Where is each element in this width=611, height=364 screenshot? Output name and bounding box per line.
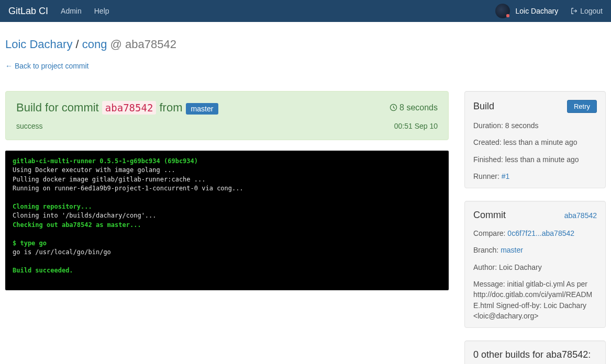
runner-link[interactable]: #1 [502,172,510,180]
compare-label: Compare: [473,229,505,237]
log-line: $ type go [13,239,441,248]
retry-button[interactable]: Retry [567,100,597,113]
branch-label: Branch: [473,246,498,254]
build-duration: 8 seconds [390,103,438,112]
breadcrumb-project[interactable]: cong [82,38,107,51]
created-value: less than a minute ago [504,138,577,146]
log-line [13,275,441,284]
author-label: Author: [473,263,497,271]
log-line [13,194,441,202]
other-builds-panel: 0 other builds for aba78542: #1 job1 can… [464,340,606,364]
finished-value: less than a minute ago [505,155,579,164]
branch-link[interactable]: master [501,246,523,254]
message-label: Message: [473,280,505,288]
alert-branch-pill[interactable]: master [186,103,219,115]
log-line: go is /usr/local/go/bin/go [13,248,441,257]
build-alert-title: Build for commit aba78542 from master [16,101,218,115]
brand-logo[interactable]: GitLab CI [8,6,48,17]
build-panel: Build Retry Duration: 8 seconds Created:… [464,91,606,188]
other-builds-title: 0 other builds for aba78542: [473,349,591,360]
alert-commit-sha: aba78542 [102,101,157,115]
duration-value: 8 seconds [505,121,539,130]
logout-label: Logout [580,7,603,15]
nav-help[interactable]: Help [94,7,109,15]
commit-sha-link[interactable]: aba78542 [564,211,597,220]
runner-label: Runner: [473,172,499,180]
compare-link[interactable]: 0c6f7f21...aba78542 [507,229,574,237]
log-line [13,257,441,266]
clock-icon [390,104,397,111]
log-line: Cloning into '/builds/dachary/cong'... [13,211,441,220]
log-line: Build succeeded. [13,266,441,275]
log-line: Cloning repository... [13,202,441,211]
logout-link[interactable]: Logout [571,7,603,15]
build-status-alert: Build for commit aba78542 from master 8 … [5,91,449,140]
log-line: gitlab-ci-multi-runner 0.5.5-1-g69bc934 … [13,157,441,166]
logout-icon [571,7,578,15]
created-label: Created: [473,138,502,146]
build-panel-title: Build [473,101,494,112]
build-status-text: success [16,122,43,130]
nav-admin[interactable]: Admin [61,7,82,15]
commit-panel-title: Commit [473,210,506,221]
navbar-username[interactable]: Loic Dachary [515,7,558,15]
breadcrumb-at: @ aba78542 [110,38,176,51]
log-line: Checking out aba78542 as master... [13,221,441,230]
user-avatar-icon[interactable] [495,4,510,18]
author-value: Loic Dachary [499,263,542,271]
log-line [13,230,441,238]
duration-label: Duration: [473,121,503,130]
finished-label: Finished: [473,155,503,164]
breadcrumb: Loic Dachary / cong @ aba78542 [5,38,606,51]
top-navbar: GitLab CI Admin Help Loic Dachary Logout [0,0,611,22]
log-line: Running on runner-6ed1a9b9-project-1-con… [13,184,441,193]
build-log-terminal[interactable]: gitlab-ci-multi-runner 0.5.5-1-g69bc934 … [5,151,449,290]
build-timestamp: 00:51 Sep 10 [394,122,438,130]
log-line: Using Docker executor with image golang … [13,166,441,175]
breadcrumb-owner[interactable]: Loic Dachary [5,38,72,51]
log-line: Pulling docker image gitlab/gitlab-runne… [13,175,441,184]
commit-panel: Commit aba78542 Compare: 0c6f7f21...aba7… [464,201,606,328]
back-to-commit-link[interactable]: ← Back to project commit [5,62,89,70]
